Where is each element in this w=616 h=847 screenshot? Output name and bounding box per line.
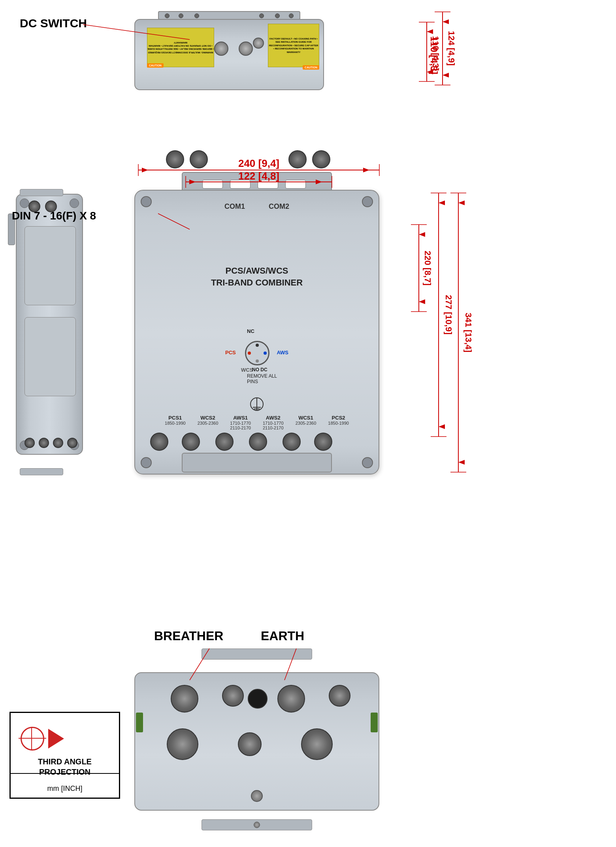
crosshair-circle: [21, 727, 44, 751]
front-view: COM1 COM2 PCS/AWS/WCS TRI-BAND COMBINER: [119, 150, 395, 494]
dc-switch-label: DC SWITCH: [20, 17, 87, 30]
dim-341-val: 341 [13,4]: [463, 313, 473, 352]
top-right-conn: [253, 38, 264, 49]
front-bot-conn-5: [283, 433, 301, 451]
projection-text: THIRD ANGLEPROJECTION: [11, 756, 119, 777]
warning-label-right: FACTORY DEFAULT • NO COAXING PATH • SEE …: [268, 24, 319, 67]
port-aws1: AWS1 1710-1770 2110-2170: [230, 415, 251, 430]
dim-124-val: 124 [4,9]: [446, 31, 456, 66]
bottom-mount-bracket: [202, 819, 312, 830]
projection-icon: [19, 721, 66, 756]
side-bot-conn-3: [53, 438, 63, 448]
bottom-view: [119, 648, 395, 830]
top-view-body: WARNING: MULTIPLE DISCONNECT DEVICES REQ…: [134, 19, 324, 90]
bracket-slot-1: [202, 180, 223, 189]
bottom-top-bracket: [202, 648, 312, 660]
dim-220-val: 220 [8,7]: [423, 251, 433, 285]
side-bracket-top: [20, 189, 63, 196]
front-bottom-bracket: [182, 453, 332, 473]
bottom-body: [134, 672, 379, 811]
port-wcs1: WCS1 2305-2360: [296, 415, 316, 430]
nc-label: NC: [247, 328, 254, 334]
bot-conn-1: [171, 685, 198, 713]
side-bot-conn-2: [39, 438, 49, 448]
front-top-conn-2: [190, 150, 208, 168]
crosshair-v: [31, 727, 32, 751]
green-patch-right: [371, 713, 378, 732]
dim-text-110: 110 [4,3]: [429, 36, 439, 74]
units-text: mm [INCH]: [11, 785, 119, 793]
side-corner-tr: [70, 199, 79, 208]
wcs-label: WCS: [241, 367, 253, 373]
breather-label: BREATHER: [154, 629, 223, 643]
connector-circle: [245, 341, 269, 365]
connector-diagram: NC PCS AWS WCS NO DC REMOVE ALL PINS: [225, 325, 288, 380]
side-bracket-bottom: [20, 468, 63, 475]
bracket-slot-2: [230, 180, 251, 189]
bracket-slot-3: [258, 180, 278, 189]
side-panel-1: [24, 226, 76, 305]
pcs-label: PCS: [225, 350, 236, 355]
front-corner-bl: [141, 457, 152, 468]
port-pcs2: PCS2 1850-1990: [328, 415, 349, 430]
caution-badge-right: CAUTION: [303, 65, 319, 70]
port-aws2: AWS2 1710-1770 2110-2170: [263, 415, 284, 430]
dim-110-val: 110 [4,3]: [431, 36, 441, 71]
side-view: [8, 194, 93, 471]
black-plug: [248, 689, 267, 709]
side-panel-2: [24, 317, 76, 396]
bracket-slot-4: [285, 180, 306, 189]
bot-conn-7: [301, 728, 333, 760]
green-patch-left: [136, 713, 143, 732]
bot-conn-6: [238, 732, 262, 756]
ground-symbol: [249, 396, 265, 414]
front-top-conn-1: [166, 150, 184, 168]
sub-title: TRI-BAND COMBINER: [135, 278, 379, 288]
top-center-conn2: [239, 42, 253, 56]
top-view: WARNING: MULTIPLE DISCONNECT DEVICES REQ…: [119, 8, 340, 99]
remove-pins-label: REMOVE ALL PINS: [247, 373, 288, 384]
port-pcs1: PCS1 1850-1990: [165, 415, 186, 430]
side-body: [16, 194, 83, 455]
top-center-conn1: [214, 42, 228, 56]
earth-label: EARTH: [261, 629, 304, 643]
dim-277-val: 277 [10,9]: [444, 295, 454, 335]
top-bracket-strip: [158, 11, 300, 20]
bottom-screw: [251, 790, 263, 802]
caution-badge-left: CAUTION: [147, 63, 164, 68]
bot-conn-2: [222, 685, 244, 707]
com2-label: COM2: [269, 202, 289, 211]
side-bot-conn-1: [24, 438, 35, 448]
bot-conn-4: [329, 685, 350, 707]
no-dc-label: NO DC: [252, 367, 267, 372]
com-labels: COM1 COM2: [135, 202, 379, 211]
front-bot-conn-6: [314, 433, 332, 451]
front-top-conn-4: [312, 150, 330, 168]
front-top-conn-3: [288, 150, 307, 168]
front-corner-br: [362, 457, 373, 468]
front-bot-conn-4: [249, 433, 267, 451]
com1-label: COM1: [224, 202, 245, 211]
bot-conn-5: [167, 728, 198, 760]
port-wcs2: WCS2 2305-2360: [198, 415, 219, 430]
side-bot-conn-4: [67, 438, 77, 448]
side-corner-tl: [20, 199, 29, 208]
main-title: PCS/AWS/WCS: [135, 266, 379, 276]
projection-triangle: [48, 729, 64, 749]
bot-conn-3: [277, 685, 305, 713]
front-bot-conn-3: [215, 433, 234, 451]
front-body: COM1 COM2 PCS/AWS/WCS TRI-BAND COMBINER: [134, 190, 379, 475]
crosshair-h: [19, 738, 46, 739]
warning-label-left: WARNING: MULTIPLE DISCONNECT DEVICES REQ…: [147, 28, 214, 67]
din-label: DIN 7 - 16(F) X 8: [12, 210, 96, 222]
front-bot-conn-2: [182, 433, 200, 451]
port-labels-row: PCS1 1850-1990 WCS2 2305-2360 AWS1 1710-…: [135, 415, 379, 430]
front-bot-conn-1: [150, 433, 168, 451]
projection-box: THIRD ANGLEPROJECTION mm [INCH]: [9, 712, 120, 799]
side-bottom-connectors: [24, 438, 77, 448]
aws-label: AWS: [277, 350, 288, 355]
